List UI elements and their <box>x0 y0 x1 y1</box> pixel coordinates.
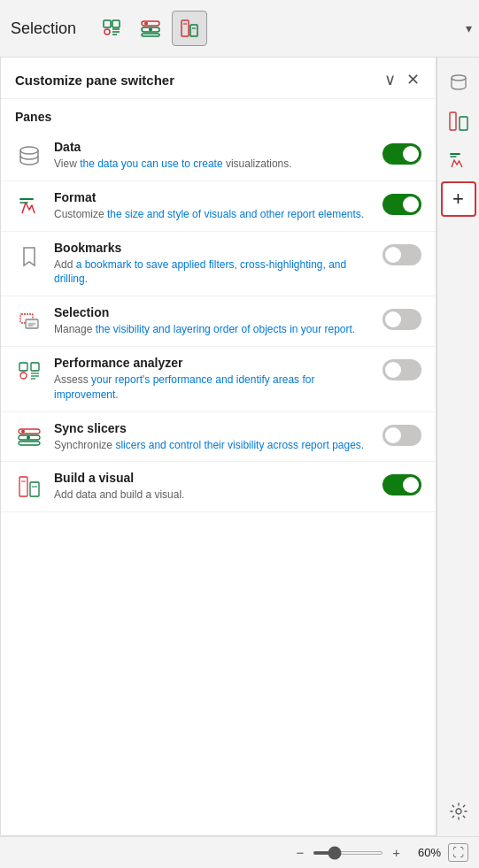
fit-icon: ⛶ <box>452 846 464 859</box>
pane-item-performance: Performance analyzer Assess your report'… <box>1 347 436 412</box>
data-toggle-btn[interactable] <box>382 143 421 165</box>
syncslicers-title: Sync slicers <box>54 421 372 435</box>
performance-desc-link: your report's performance and identify a… <box>54 373 314 401</box>
format-toggle[interactable] <box>382 192 421 215</box>
panel-close-btn[interactable]: ✕ <box>405 68 421 91</box>
selection-title: Selection <box>54 305 372 319</box>
performance-title: Performance analyzer <box>54 356 372 370</box>
format-title: Format <box>54 190 372 204</box>
data-icon <box>15 142 43 170</box>
buildvisual-desc: Add data and build a visual. <box>54 488 372 503</box>
right-sidebar: + <box>437 58 479 836</box>
chevron-down-icon[interactable]: ▾ <box>466 21 472 35</box>
zoom-controls: − + 60% <box>292 845 441 860</box>
bookmarks-title: Bookmarks <box>54 241 372 255</box>
data-content: Data View the data you can use to create… <box>54 140 372 172</box>
data-title: Data <box>54 140 372 154</box>
performance-icon <box>15 357 43 386</box>
sidebar-settings-btn[interactable] <box>441 794 476 829</box>
sidebar-buildvisual-btn[interactable] <box>441 104 476 139</box>
syncslicers-content: Sync slicers Synchronize slicers and con… <box>54 421 372 453</box>
buildvisual-toggle[interactable] <box>382 472 421 495</box>
sidebar-format-btn[interactable] <box>441 142 476 178</box>
svg-point-22 <box>20 373 27 379</box>
svg-rect-36 <box>450 112 456 130</box>
svg-rect-12 <box>190 25 197 36</box>
format-toggle-btn[interactable] <box>382 194 421 215</box>
add-pane-btn[interactable]: + <box>441 181 476 217</box>
pane-item-format: Format Customize the size and style of v… <box>1 181 436 232</box>
panel-collapse-btn[interactable]: ∨ <box>382 68 398 91</box>
syncslicers-toggle[interactable] <box>382 423 421 446</box>
top-bar-right: ▾ <box>466 21 472 35</box>
performance-desc: Assess your report's performance and ide… <box>54 373 372 403</box>
bookmarks-toggle[interactable] <box>382 242 421 265</box>
performance-toggle-btn[interactable] <box>382 359 421 380</box>
sidebar-data-btn[interactable] <box>441 65 476 100</box>
syncslicers-desc-link: slicers and control their visibility acr… <box>115 439 364 451</box>
data-desc-link: the data you can use to create <box>80 157 222 170</box>
pane-item-bookmarks: Bookmarks Add a bookmark to save applied… <box>1 232 436 297</box>
selection-desc-link: the visibility and layering order of obj… <box>96 323 355 335</box>
svg-point-35 <box>452 75 466 81</box>
data-desc: View the data you can use to create visu… <box>54 157 372 172</box>
buildvisual-icon <box>15 472 43 501</box>
syncslicers-desc: Synchronize slicers and control their vi… <box>54 438 372 453</box>
svg-rect-8 <box>142 34 159 36</box>
zoom-in-btn[interactable]: + <box>389 845 404 860</box>
plus-icon: + <box>452 188 464 211</box>
selection-content: Selection Manage the visibility and laye… <box>54 305 372 337</box>
format-desc: Customize the size and style of visuals … <box>54 207 372 222</box>
bottom-bar: − + 60% ⛶ <box>0 836 479 868</box>
zoom-level: 60% <box>409 846 441 859</box>
build-visual-btn[interactable] <box>172 11 207 46</box>
format-desc-link: the size and style of visuals and other … <box>107 208 364 220</box>
selection-toggle[interactable] <box>382 307 421 330</box>
panes-label: Panes <box>1 99 436 131</box>
svg-point-2 <box>104 29 110 35</box>
bookmarks-icon <box>15 242 43 271</box>
zoom-slider[interactable] <box>313 851 383 855</box>
pane-item-data: Data View the data you can use to create… <box>1 131 436 181</box>
sync-slicers-btn[interactable] <box>133 11 168 46</box>
selection-desc: Manage the visibility and layering order… <box>54 322 372 337</box>
svg-rect-21 <box>31 363 39 371</box>
format-icon <box>15 192 43 220</box>
svg-point-9 <box>144 22 148 26</box>
buildvisual-toggle-btn[interactable] <box>382 474 421 495</box>
performance-content: Performance analyzer Assess your report'… <box>54 356 372 403</box>
data-toggle[interactable] <box>382 142 421 165</box>
selection-icon <box>15 307 43 335</box>
format-content: Format Customize the size and style of v… <box>54 190 372 222</box>
selection-toggle-btn[interactable] <box>382 309 421 330</box>
top-bar: Selection <box>0 0 479 58</box>
performance-analyzer-btn[interactable] <box>94 11 129 46</box>
svg-rect-0 <box>104 20 111 27</box>
bookmarks-content: Bookmarks Add a bookmark to save applied… <box>54 241 372 288</box>
performance-toggle[interactable] <box>382 357 421 380</box>
fit-page-btn[interactable]: ⛶ <box>448 843 468 862</box>
main-layout: Customize pane switcher ∨ ✕ Panes <box>0 58 479 836</box>
svg-rect-28 <box>19 442 40 445</box>
svg-point-30 <box>27 435 30 439</box>
syncslicers-toggle-btn[interactable] <box>382 425 421 446</box>
bookmarks-desc-link: a bookmark to save applied filters, cros… <box>54 258 346 286</box>
svg-point-10 <box>149 28 152 32</box>
top-bar-icons <box>94 11 207 46</box>
pane-items-list: Data View the data you can use to create… <box>1 131 436 835</box>
pane-item-selection: Selection Manage the visibility and laye… <box>1 296 436 347</box>
bookmarks-toggle-btn[interactable] <box>382 244 421 265</box>
svg-point-40 <box>456 809 461 814</box>
svg-rect-1 <box>112 20 120 27</box>
svg-rect-37 <box>460 117 467 130</box>
panel-title: Customize pane switcher <box>15 73 174 88</box>
svg-rect-11 <box>182 20 189 36</box>
syncslicers-icon <box>15 423 43 451</box>
panel-header-actions: ∨ ✕ <box>382 68 421 91</box>
panel-header: Customize pane switcher ∨ ✕ <box>1 58 436 99</box>
buildvisual-title: Build a visual <box>54 471 372 485</box>
svg-point-15 <box>20 147 38 154</box>
zoom-out-btn[interactable]: − <box>292 845 307 860</box>
svg-rect-20 <box>19 363 27 371</box>
svg-point-29 <box>21 429 25 433</box>
